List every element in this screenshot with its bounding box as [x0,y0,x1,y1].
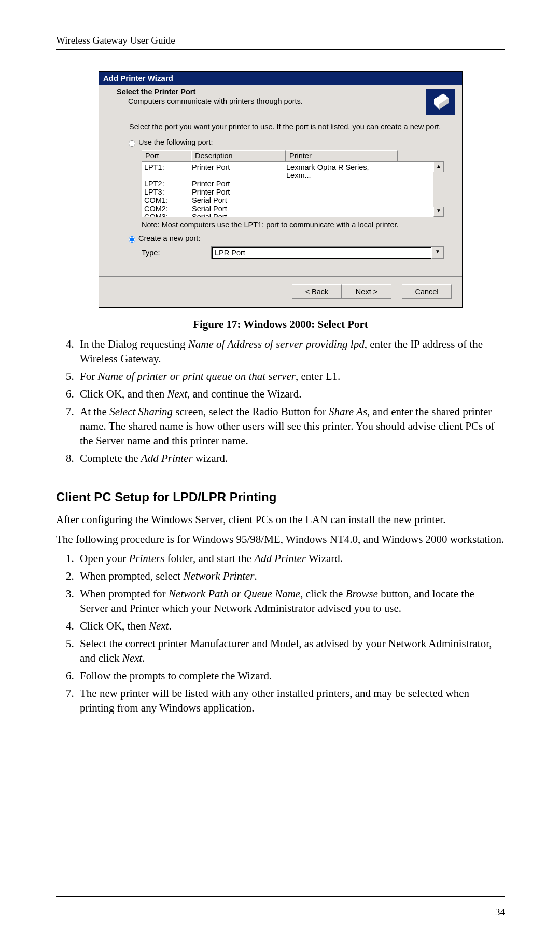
section-heading: Client PC Setup for LPD/LPR Printing [56,489,505,505]
table-row[interactable]: LPT3:Printer Port [144,188,433,196]
list-item: Open your Printers folder, and start the… [77,552,505,566]
col-port[interactable]: Port [142,150,191,161]
type-label: Type: [142,249,211,257]
table-row[interactable]: LPT1:Printer PortLexmark Optra R Series,… [144,163,433,180]
page-number: 34 [495,907,505,918]
col-description[interactable]: Description [191,150,286,161]
use-following-port-radio[interactable]: Use the following port: [126,138,444,147]
port-note: Note: Most computers use the LPT1: port … [142,221,444,229]
figure-caption: Figure 17: Windows 2000: Select Port [56,318,505,331]
port-type-value: LPR Port [212,247,431,259]
list-item: In the Dialog requesting Name of Address… [77,337,505,366]
table-row[interactable]: COM3:Serial Port [144,213,433,217]
printer-port-icon [426,89,455,115]
paragraph: The following procedure is for Windows 9… [56,532,505,547]
list-item: Follow the prompts to complete the Wizar… [77,669,505,683]
list-item: For Name of printer or print queue on th… [77,370,505,384]
port-list-header: Port Description Printer [142,150,444,161]
radio-create-port-label: Create a new port: [138,234,200,242]
list-item: When prompted, select Network Printer. [77,569,505,584]
chevron-down-icon[interactable]: ▼ [431,247,444,259]
radio-create-port[interactable] [129,236,135,243]
dialog-header: Select the Printer Port Computers commun… [99,85,462,112]
list-item: The new printer will be listed with any … [77,687,505,716]
radio-use-port[interactable] [129,140,135,147]
scrollbar[interactable]: ▲ ▼ [433,162,444,217]
add-printer-wizard-dialog: Add Printer Wizard Select the Printer Po… [99,71,463,308]
list-item: At the Select Sharing screen, select the… [77,405,505,448]
create-new-port-radio[interactable]: Create a new port: [126,234,444,243]
scroll-up-icon[interactable]: ▲ [433,162,444,172]
scroll-track[interactable] [433,172,444,207]
cancel-button[interactable]: Cancel [402,284,452,299]
list-item: Click OK, and then Next, and continue th… [77,387,505,402]
instruction-text: Select the port you want your printer to… [129,122,444,131]
list-item: Select the correct printer Manufacturer … [77,637,505,666]
port-list-rows[interactable]: LPT1:Printer PortLexmark Optra R Series,… [142,162,433,217]
next-button[interactable]: Next > [342,284,391,299]
steps-list-2: Open your Printers folder, and start the… [56,552,505,715]
list-item: When prompted for Network Path or Queue … [77,587,505,616]
back-button[interactable]: < Back [292,284,342,299]
dialog-titlebar: Add Printer Wizard [99,72,462,85]
port-type-select[interactable]: LPR Port ▼ [211,246,444,259]
dialog-subheading: Computers communicate with printers thro… [128,97,455,105]
table-row[interactable]: COM2:Serial Port [144,204,433,213]
list-item: Complete the Add Printer wizard. [77,452,505,466]
table-row[interactable]: COM1:Serial Port [144,196,433,204]
table-row[interactable]: LPT2:Printer Port [144,180,433,188]
list-item: Click OK, then Next. [77,619,505,634]
col-printer[interactable]: Printer [286,150,398,161]
steps-list-1: In the Dialog requesting Name of Address… [56,337,505,466]
footer-rule [56,896,505,897]
radio-use-port-label: Use the following port: [138,138,213,146]
scroll-down-icon[interactable]: ▼ [433,207,444,217]
dialog-heading: Select the Printer Port [117,88,195,96]
port-list: Port Description Printer LPT1:Printer Po… [142,150,444,217]
paragraph: After configuring the Windows Server, cl… [56,513,505,527]
header-rule [56,49,505,50]
page-header: Wireless Gateway User Guide [56,35,505,46]
